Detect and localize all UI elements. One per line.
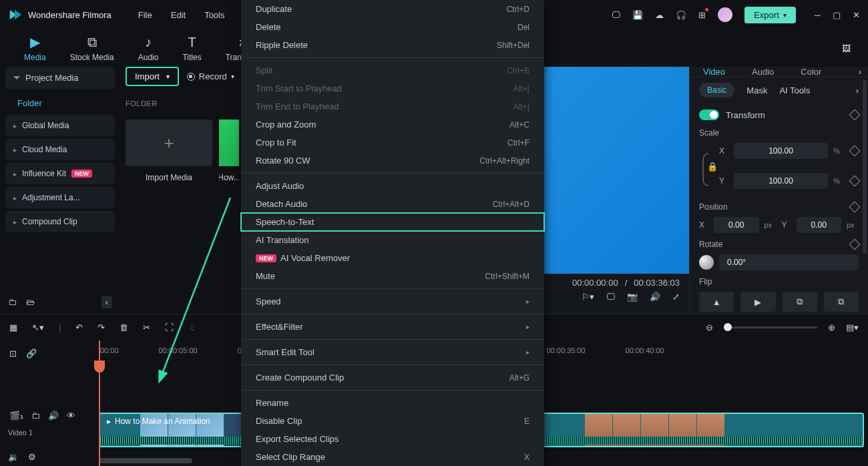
tab-titles[interactable]: TTitles <box>170 35 213 62</box>
hide-track-icon[interactable]: 👁 <box>67 411 75 421</box>
media-clip-thumb[interactable]: How... <box>219 120 239 182</box>
subtab-mask[interactable]: Mask <box>746 85 767 95</box>
flip-vertical-button[interactable]: ▶ <box>740 292 775 312</box>
new-folder-icon[interactable]: 🗀 <box>8 297 17 307</box>
scale-x-input[interactable]: 100.00 <box>734 143 828 159</box>
playhead[interactable] <box>99 340 100 466</box>
link-icon[interactable]: 🔗 <box>26 348 37 359</box>
scale-y-input[interactable]: 100.00 <box>734 173 828 189</box>
keyframe-diamond-icon[interactable] <box>849 202 861 213</box>
apps-icon[interactable]: ⊞ <box>698 10 706 20</box>
screen-icon[interactable]: 🖵 <box>612 10 620 20</box>
volume-icon[interactable]: 🔊 <box>650 292 660 302</box>
export-button[interactable]: Export▾ <box>744 7 796 23</box>
redo-icon[interactable]: ↷ <box>97 322 105 332</box>
snapshot-icon[interactable]: 📷 <box>627 292 638 302</box>
cut-icon[interactable]: ✂ <box>143 322 150 332</box>
lock-track-icon[interactable]: 🗀 <box>31 411 40 421</box>
keyframe-diamond-icon[interactable] <box>849 109 861 121</box>
flip-horizontal-button[interactable]: ▲ <box>699 292 734 312</box>
audio-track-icon[interactable]: 🔉 <box>8 452 19 462</box>
ctx-item-speed[interactable]: Speed <box>241 292 544 310</box>
lock-icon[interactable]: 🔒 <box>707 162 718 172</box>
folder-copy-icon[interactable]: 🗁 <box>26 297 35 307</box>
close-icon[interactable]: ✕ <box>853 10 860 20</box>
scrollbar[interactable] <box>863 80 867 254</box>
cloud-icon[interactable]: ☁ <box>655 10 664 20</box>
flip-copy-v-button[interactable]: ⧉ <box>824 292 859 312</box>
ctx-item-ai-translation[interactable]: AI Translation <box>241 231 544 249</box>
scroll-right-icon[interactable]: › <box>852 67 868 77</box>
prop-tab-video[interactable]: Video <box>690 67 738 77</box>
keyframe-diamond-icon[interactable] <box>849 239 861 250</box>
record-button[interactable]: Record▾ <box>187 71 234 81</box>
pos-y-input[interactable]: 0.00 <box>797 217 842 233</box>
collapse-sidebar-icon[interactable]: ‹ <box>101 296 112 308</box>
ctx-item-rename[interactable]: Rename <box>241 394 544 412</box>
zoom-slider[interactable] <box>724 326 817 328</box>
prop-tab-audio[interactable]: Audio <box>738 67 787 77</box>
save-icon[interactable]: 💾 <box>632 10 643 20</box>
subtab-aitools[interactable]: AI Tools <box>779 85 810 95</box>
menu-file[interactable]: File <box>138 10 152 20</box>
maximize-icon[interactable]: ▢ <box>833 10 841 20</box>
crop-icon[interactable]: ⛶ <box>165 322 174 332</box>
timeline-settings-icon[interactable]: ⊡ <box>9 348 17 359</box>
ctx-item-select-clip-range[interactable]: Select Clip RangeX <box>241 448 544 466</box>
prop-tab-color[interactable]: Color <box>787 67 835 77</box>
sidebar-item-global[interactable]: Global Media <box>5 115 115 136</box>
ctx-item-effect-filter[interactable]: Effect&Filter <box>241 318 544 336</box>
folder-link[interactable]: Folder <box>5 91 115 115</box>
ctx-item-delete[interactable]: DeleteDel <box>241 18 544 36</box>
scroll-right-icon[interactable]: › <box>856 85 859 95</box>
track-settings-icon[interactable]: ⚙ <box>28 452 36 462</box>
monitor-icon[interactable]: 🖵 <box>606 292 615 302</box>
horizontal-scrollbar[interactable] <box>99 458 192 463</box>
layout-icon[interactable]: ▦ <box>9 322 17 332</box>
headset-icon[interactable]: 🎧 <box>676 10 686 20</box>
ctx-item-rotate-90-cw[interactable]: Rotate 90 CWCtrl+Alt+Right <box>241 152 544 170</box>
subtab-basic[interactable]: Basic <box>699 83 734 97</box>
video-track-icon[interactable]: 🎬₁ <box>9 411 23 421</box>
ctx-item-smart-edit-tool[interactable]: Smart Edit Tool <box>241 343 544 361</box>
menu-edit[interactable]: Edit <box>171 10 186 20</box>
project-media-header[interactable]: Project Media <box>5 67 115 89</box>
transform-toggle[interactable] <box>699 109 719 120</box>
ctx-item-crop-and-zoom[interactable]: Crop and ZoomAlt+C <box>241 115 544 134</box>
ctx-item-mute[interactable]: MuteCtrl+Shift+M <box>241 267 544 285</box>
import-media-thumb[interactable]: + Import Media <box>126 120 212 182</box>
ctx-item-export-selected-clips[interactable]: Export Selected Clips <box>241 430 544 448</box>
minimize-icon[interactable]: ─ <box>815 10 821 20</box>
import-button[interactable]: Import▾ <box>126 67 179 86</box>
ctx-item-disable-clip[interactable]: Disable ClipE <box>241 412 544 430</box>
sidebar-item-adjustment[interactable]: Adjustment La... <box>5 187 115 208</box>
tab-media[interactable]: ▶Media <box>12 34 58 62</box>
zoom-out-icon[interactable]: ⊖ <box>706 322 713 332</box>
ctx-item-create-compound-clip[interactable]: Create Compound ClipAlt+G <box>241 369 544 387</box>
tab-stock-media[interactable]: ⧉Stock Media <box>58 35 126 62</box>
menu-tools[interactable]: Tools <box>204 10 224 20</box>
sidebar-item-compound[interactable]: Compound Clip <box>5 211 115 232</box>
undo-icon[interactable]: ↶ <box>75 322 83 332</box>
music-icon[interactable]: ♫ <box>188 322 195 332</box>
ctx-item-duplicate[interactable]: DuplicateCtrl+D <box>241 0 544 18</box>
ctx-item-ripple-delete[interactable]: Ripple DeleteShift+Del <box>241 36 544 54</box>
flip-copy-h-button[interactable]: ⧉ <box>783 292 817 312</box>
marker-icon[interactable]: ⚐▾ <box>582 292 594 302</box>
ctx-item-ai-vocal-remover[interactable]: NEWAI Vocal Remover <box>241 249 544 267</box>
mute-track-icon[interactable]: 🔊 <box>48 411 59 421</box>
ctx-item-speech-to-text[interactable]: Speech-to-Text <box>241 213 544 231</box>
ctx-item-adjust-audio[interactable]: Adjust Audio <box>241 177 544 195</box>
pos-x-input[interactable]: 0.00 <box>714 217 759 233</box>
avatar-icon[interactable] <box>718 7 732 22</box>
zoom-in-icon[interactable]: ⊕ <box>828 322 835 332</box>
rotate-dial-icon[interactable] <box>699 255 714 270</box>
sidebar-item-influence[interactable]: Influence KitNEW <box>5 163 115 184</box>
cursor-icon[interactable]: ↖▾ <box>32 322 44 332</box>
keyframe-diamond-icon[interactable] <box>849 146 861 157</box>
ctx-item-crop-to-fit[interactable]: Crop to FitCtrl+F <box>241 134 544 152</box>
fullscreen-icon[interactable]: ⤢ <box>672 292 680 302</box>
rotate-input[interactable]: 0.00° <box>719 254 859 270</box>
ctx-item-detach-audio[interactable]: Detach AudioCtrl+Alt+D <box>241 195 544 213</box>
sidebar-item-cloud[interactable]: Cloud Media <box>5 139 115 160</box>
